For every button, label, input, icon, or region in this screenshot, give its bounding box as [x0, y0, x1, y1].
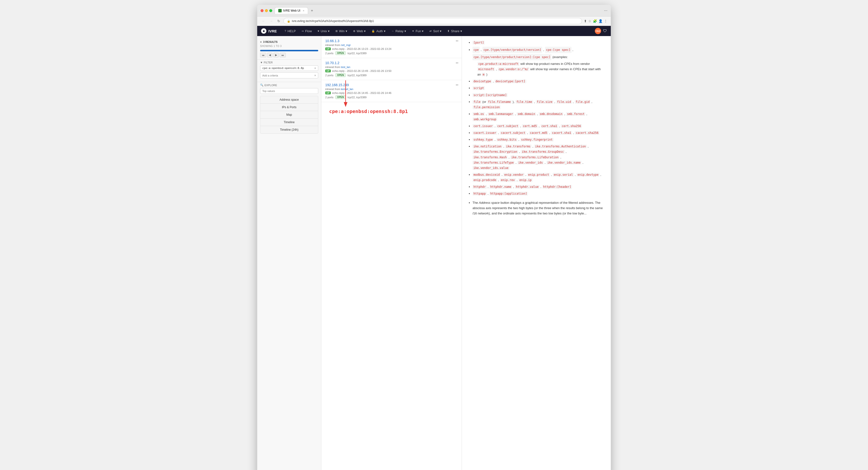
doc-code-ike-vendor-ids-name: ike.vendor_ids.name — [547, 161, 582, 165]
nav-web-label: Web — [357, 29, 363, 33]
address-bar[interactable]: 🔒 ivre.evling.tech/#cpe%3Aa%3Aopenbsd%3A… — [283, 18, 582, 24]
doc-list-item-httphdr: httphdr , httphdr.name , httphdr.value ,… — [472, 184, 605, 190]
unix-dropdown-icon: ▾ — [328, 29, 330, 33]
map-button[interactable]: Map — [260, 111, 318, 119]
doc-code-ike-hash: ike.transforms.Hash — [472, 155, 507, 159]
nav-help[interactable]: ? HELP — [282, 26, 299, 36]
timeline-24h-button[interactable]: Timeline (24h) — [260, 126, 318, 134]
close-window-button[interactable] — [260, 9, 264, 12]
ips-ports-button[interactable]: IPs & Ports — [260, 103, 318, 111]
open-badge-2: OPEN — [335, 73, 346, 77]
minimize-window-button[interactable] — [265, 9, 268, 12]
active-filter-chip: cpe:a:openbsd:openssh:8.8p × — [260, 65, 318, 71]
nav-flow[interactable]: ⇒ Flow — [299, 26, 315, 36]
prev-page-button[interactable]: ◀ — [267, 53, 273, 57]
explore-label: 🔍 EXPLORE — [260, 83, 318, 87]
extensions-icon[interactable]: 🧩 — [593, 19, 597, 23]
result-source-link-2[interactable]: test_lan — [341, 66, 350, 68]
clear-criteria-icon[interactable]: × — [314, 74, 316, 77]
browser-toolbar-right-icons: ⋯ — [604, 9, 608, 12]
next-page-button[interactable]: ▶ — [273, 53, 279, 57]
flow-icon: ⇒ — [302, 30, 304, 33]
web-icon: ⊕ — [353, 30, 355, 33]
doc-code-cpe-4: cpe.[type/vendor/product/version]:[cpe s… — [472, 54, 552, 60]
tab-close-button[interactable]: × — [303, 9, 304, 12]
doc-code-cert-issuer: cert.issuer — [472, 124, 494, 128]
ports-count-3: 2 ports — [325, 96, 334, 99]
nav-unix[interactable]: ♥ Unix ▾ — [315, 26, 333, 36]
doc-code-cacert-subject: cacert.subject — [500, 131, 526, 135]
bookmark-icon[interactable]: ☆ — [588, 19, 591, 23]
nav-win[interactable]: ⊞ Win ▾ — [333, 26, 350, 36]
sort-dropdown-icon: ▾ — [440, 29, 441, 33]
edit-button-1[interactable]: ✏ — [456, 39, 459, 43]
nav-share[interactable]: ⬆ Share ▾ — [444, 26, 465, 36]
first-page-button[interactable]: ⏮ — [260, 53, 266, 57]
doc-code-enip-product: enip.product — [527, 173, 550, 177]
nav-relay[interactable]: → Relay ▾ — [389, 26, 409, 36]
status-badge-3: UP — [325, 92, 331, 94]
forward-button[interactable]: → — [268, 19, 274, 24]
new-tab-button[interactable]: + — [310, 8, 315, 13]
results-count: 3 RESULTS — [263, 40, 278, 43]
auth-icon: 🔒 — [372, 30, 375, 33]
nav-sort[interactable]: ⇌ Sort ▾ — [427, 26, 444, 36]
result-ip-2[interactable]: 10.70.1.2 — [325, 61, 339, 65]
share-icon[interactable]: ⬆ — [584, 19, 587, 23]
result-card-2: 10.70.1.2 ✏ intranet from test_lan UP ec… — [321, 58, 462, 80]
maximize-window-button[interactable] — [269, 9, 272, 12]
doc-code-cert-sha256: cert.sha256 — [561, 124, 582, 128]
doc-list-item-script: script — [472, 86, 605, 91]
doc-list-item-smb: smb.os , smb.lanmanager , smb.domain , s… — [472, 111, 605, 122]
nav-auth[interactable]: 🔒 Auth ▾ — [369, 26, 389, 36]
result-meta-2: intranet from test_lan — [325, 66, 458, 68]
doc-code-ike-enc: ike.transforms.Encryption — [472, 150, 518, 154]
add-criteria-input[interactable] — [262, 74, 313, 77]
filter-chip-remove-button[interactable]: × — [314, 67, 316, 70]
result-source-label-2: intranet — [325, 66, 334, 68]
doc-list-item-devicetype: devicetype , devicetype:[port] — [472, 79, 605, 84]
nav-flow-label: Flow — [305, 29, 312, 33]
doc-code-file-time: file.time — [516, 100, 533, 104]
doc-code-smb-dnsdomain: smb.dnsdomain — [538, 112, 563, 116]
doc-code-httphdr-header: httphdr:[header] — [542, 185, 572, 189]
back-button[interactable]: ← — [260, 19, 267, 24]
active-tab[interactable]: IVRE Web UI × — [275, 7, 308, 14]
doc-list-item-modbus: modbus.deviceid , enip.vendor , enip.pro… — [472, 172, 605, 183]
address-space-button[interactable]: Address space — [260, 96, 318, 104]
doc-code-file-gid: file.gid — [575, 100, 591, 104]
main-layout: ≡ 3 RESULTS SHOWING 1 TO 3 ⏮ ◀ ▶ ⏭ ▼ FIL… — [257, 36, 611, 470]
doc-code-cert-md5: cert.md5 — [522, 124, 538, 128]
result-source-link-1[interactable]: net_mgr — [341, 43, 351, 46]
result-timing-1: UP echo-reply - 2022-02-26 13:23 - 2022-… — [325, 47, 458, 51]
doc-code-sshkey-bits: sshkey.bits — [496, 138, 517, 142]
edit-button-2[interactable]: ✏ — [456, 61, 459, 65]
status-badge-1: UP — [325, 47, 331, 51]
doc-code-cacert-issuer: cacert.issuer — [472, 131, 497, 135]
result-meta-1: intranet from net_mgr — [325, 43, 458, 46]
doc-code-smb-forest: smb.forest — [566, 112, 585, 116]
nav-web[interactable]: ⊕ Web ▾ — [350, 26, 369, 36]
share-nav-icon: ⬆ — [447, 30, 450, 33]
pagination-bar: ⏮ ◀ ▶ ⏭ — [257, 49, 321, 59]
doc-code-cert-sha1: cert.sha1 — [540, 124, 558, 128]
explore-search-input[interactable] — [260, 88, 318, 94]
port-list-2: tcp/22, tcp/3389 — [347, 74, 366, 77]
edit-button-3[interactable]: ✏ — [456, 83, 459, 87]
doc-list-item-sshkey: sshkey.type , sshkey.bits , sshkey.finge… — [472, 137, 605, 142]
doc-code-enip-ip: enip.ip — [518, 178, 533, 182]
last-page-button[interactable]: ⏭ — [280, 53, 286, 57]
menu-icon[interactable]: ⋮ — [604, 19, 608, 23]
doc-code-file-keyword: file — [472, 100, 482, 104]
profile-icon[interactable]: 👤 — [598, 19, 602, 23]
result-ip-1[interactable]: 10.66.1.3 — [325, 39, 339, 43]
timeline-button[interactable]: Timeline — [260, 119, 318, 126]
reload-button[interactable]: ↻ — [276, 19, 281, 24]
nav-fun[interactable]: ✦ Fun ▾ — [409, 26, 427, 36]
sidebar: ≡ 3 RESULTS SHOWING 1 TO 3 ⏮ ◀ ▶ ⏭ ▼ FIL… — [257, 36, 321, 470]
doc-code-smb-lanmanager: smb.lanmanager — [488, 112, 514, 116]
doc-code-cpe-2: cpe.[type/vendor/product/version] — [483, 47, 542, 53]
add-criteria-container: × — [260, 72, 318, 78]
doc-code-file-filename: file.filename — [487, 100, 512, 104]
ports-count-2: 2 ports — [325, 74, 334, 77]
